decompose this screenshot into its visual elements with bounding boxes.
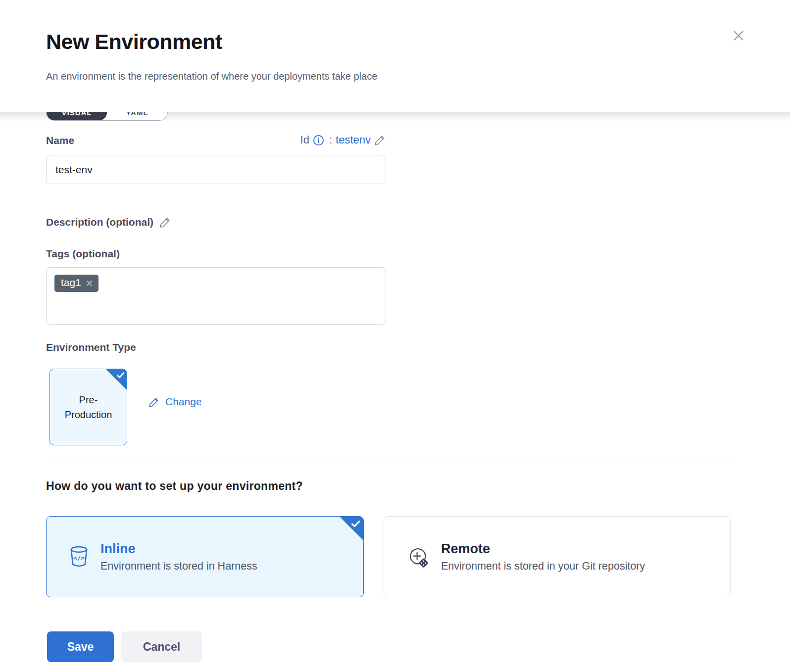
- remote-option-title: Remote: [441, 541, 645, 557]
- tags-input[interactable]: tag1 ✕: [46, 267, 386, 325]
- id-row: Id : testenv: [46, 134, 386, 146]
- check-icon: [117, 372, 124, 379]
- new-environment-modal: New Environment An environment is the re…: [0, 0, 790, 672]
- close-icon[interactable]: [729, 26, 748, 46]
- id-separator: :: [329, 134, 332, 146]
- section-divider: [49, 461, 738, 461]
- setup-question-heading: How do you want to set up your environme…: [46, 480, 303, 493]
- inline-store-icon: </>: [68, 545, 90, 569]
- edit-description-pencil-icon[interactable]: [159, 216, 171, 228]
- change-link-label: Change: [165, 396, 202, 408]
- modal-subtitle: An environment is the representation of …: [46, 71, 377, 82]
- name-input[interactable]: [46, 155, 386, 184]
- tag-chip-label: tag1: [61, 277, 81, 288]
- inline-option-texts: Inline Environment is stored in Harness: [100, 541, 257, 573]
- id-label: Id: [300, 134, 309, 146]
- remove-tag-icon[interactable]: ✕: [86, 278, 93, 288]
- description-row: Description (optional): [46, 216, 171, 228]
- info-icon[interactable]: [313, 135, 324, 146]
- option-card-remote[interactable]: Remote Environment is stored in your Git…: [384, 516, 731, 597]
- save-button[interactable]: Save: [47, 631, 114, 662]
- remote-option-texts: Remote Environment is stored in your Git…: [441, 541, 645, 573]
- remote-git-icon: [406, 545, 430, 569]
- change-environment-type-button[interactable]: Change: [148, 396, 202, 408]
- tag-chip: tag1 ✕: [54, 275, 99, 292]
- cancel-button[interactable]: Cancel: [121, 631, 202, 662]
- inline-option-title: Inline: [100, 541, 257, 557]
- remote-option-description: Environment is stored in your Git reposi…: [441, 560, 645, 573]
- edit-id-pencil-icon[interactable]: [374, 134, 386, 146]
- description-label: Description (optional): [46, 216, 153, 228]
- tags-label: Tags (optional): [46, 248, 120, 260]
- svg-text:</>: </>: [73, 554, 85, 562]
- check-icon: [351, 521, 360, 528]
- page-title: New Environment: [46, 30, 222, 54]
- environment-type-card-pre-production[interactable]: Pre-Production: [49, 369, 127, 445]
- option-card-inline[interactable]: </> Inline Environment is stored in Harn…: [46, 516, 364, 597]
- environment-type-value: Pre-Production: [60, 392, 117, 422]
- inline-option-description: Environment is stored in Harness: [100, 560, 257, 573]
- modal-header: New Environment An environment is the re…: [0, 0, 790, 112]
- id-value[interactable]: testenv: [336, 134, 371, 146]
- environment-type-label: Environment Type: [46, 341, 136, 353]
